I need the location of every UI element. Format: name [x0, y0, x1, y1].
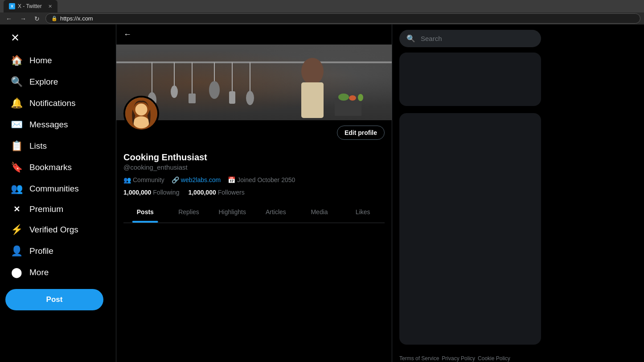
sidebar-item-profile[interactable]: 👤 Profile — [5, 241, 111, 261]
sidebar-item-bookmarks[interactable]: 🔖 Bookmarks — [5, 157, 111, 178]
sidebar-label-profile: Profile — [29, 246, 53, 256]
search-icon: 🔍 — [406, 34, 415, 43]
sidebar-label-messages: Messages — [29, 120, 68, 130]
app-container: ✕ 🏠 Home 🔍 Explore 🔔 Notifications ✉️ Me… — [0, 24, 644, 362]
svg-point-14 — [301, 58, 324, 85]
profile-handle: @cooking_enthusiast — [123, 163, 385, 171]
communities-icon: 👥 — [11, 183, 22, 195]
avatar-image — [125, 98, 157, 130]
sidebar-label-home: Home — [29, 56, 52, 65]
calendar-icon: 📅 — [228, 176, 235, 183]
sidebar-item-home[interactable]: 🏠 Home — [5, 50, 111, 71]
following-count: 1,000,000 — [123, 189, 151, 196]
svg-rect-16 — [335, 98, 361, 116]
security-icon: 🔒 — [51, 16, 57, 21]
svg-point-19 — [358, 94, 363, 101]
avatar-svg — [125, 96, 157, 131]
right-card-2 — [399, 113, 541, 345]
search-input[interactable] — [421, 35, 534, 42]
sidebar: ✕ 🏠 Home 🔍 Explore 🔔 Notifications ✉️ Me… — [0, 24, 116, 362]
post-button[interactable]: Post — [5, 289, 103, 310]
sidebar-item-notifications[interactable]: 🔔 Notifications — [5, 93, 111, 114]
sidebar-label-more: More — [29, 268, 49, 277]
sidebar-item-lists[interactable]: 📋 Lists — [5, 136, 111, 156]
footer-terms[interactable]: Terms of Service — [399, 355, 439, 362]
followers-count: 1,000,000 — [188, 189, 216, 196]
sidebar-label-verified-orgs: Verified Orgs — [29, 225, 78, 235]
profile-avatar — [123, 96, 159, 131]
sidebar-label-explore: Explore — [29, 77, 58, 87]
svg-point-18 — [349, 95, 356, 101]
meta-website-link[interactable]: web2labs.com — [181, 176, 221, 183]
profile-icon: 👤 — [11, 245, 22, 257]
svg-rect-6 — [189, 94, 196, 103]
profile-avatar-container — [123, 96, 159, 131]
svg-point-12 — [246, 91, 254, 105]
tab-posts[interactable]: Posts — [123, 201, 167, 223]
tab-replies[interactable]: Replies — [167, 201, 211, 223]
sidebar-item-explore[interactable]: 🔍 Explore — [5, 72, 111, 92]
messages-icon: ✉️ — [11, 119, 22, 130]
search-bar[interactable]: 🔍 — [399, 30, 541, 47]
twitter-logo: ✕ — [5, 28, 111, 48]
sidebar-item-messages[interactable]: ✉️ Messages — [5, 114, 111, 135]
link-icon: 🔗 — [172, 176, 179, 183]
back-arrow-button[interactable]: ← — [123, 30, 131, 39]
svg-point-17 — [338, 94, 349, 101]
right-sidebar: 🔍 Terms of Service Privacy Policy Cookie… — [392, 24, 548, 362]
meta-joined-text: Joined October 2050 — [237, 176, 295, 183]
tab-articles[interactable]: Articles — [254, 201, 298, 223]
browser-titlebar: X X - Twitter ✕ — [0, 0, 644, 12]
main-content: ← — [116, 24, 392, 362]
svg-rect-10 — [229, 91, 235, 104]
profile-stats: 1,000,000 Following 1,000,000 Followers — [123, 189, 385, 196]
sidebar-item-verified-orgs[interactable]: ⚡ Verified Orgs — [5, 220, 111, 240]
profile-meta-joined: 📅 Joined October 2050 — [228, 176, 295, 183]
profile-tabs: Posts Replies Highlights Articles Media … — [123, 201, 385, 223]
tab-highlights[interactable]: Highlights — [210, 201, 254, 223]
sidebar-item-communities[interactable]: 👥 Communities — [5, 179, 111, 199]
sidebar-item-more[interactable]: ⬤ More — [5, 262, 111, 283]
browser-tab[interactable]: X X - Twitter ✕ — [4, 0, 57, 12]
address-bar[interactable]: 🔒 https://x.com — [45, 13, 640, 24]
tab-likes[interactable]: Likes — [341, 201, 385, 223]
forward-button[interactable]: → — [18, 14, 29, 23]
profile-display-name: Cooking Enthusiast — [123, 152, 385, 163]
footer-cookie[interactable]: Cookie Policy — [478, 355, 510, 362]
profile-meta-community: 👥 Community — [123, 176, 164, 183]
footer-privacy[interactable]: Privacy Policy — [442, 355, 475, 362]
sidebar-item-premium[interactable]: ✕ Premium — [5, 200, 111, 219]
bookmarks-icon: 🔖 — [11, 162, 22, 173]
browser-toolbar: ← → ↻ 🔒 https://x.com — [0, 12, 644, 24]
svg-point-8 — [209, 81, 220, 99]
premium-icon: ✕ — [11, 204, 22, 214]
tab-media[interactable]: Media — [298, 201, 341, 223]
profile-info-section: Edit profile Cooking Enthusiast @cooking… — [116, 120, 392, 228]
verified-orgs-icon: ⚡ — [11, 224, 22, 236]
explore-icon: 🔍 — [11, 76, 22, 88]
svg-point-21 — [135, 104, 148, 116]
svg-rect-15 — [301, 82, 324, 118]
sidebar-label-lists: Lists — [29, 141, 47, 151]
browser-chrome: X X - Twitter ✕ ← → ↻ 🔒 https://x.com — [0, 0, 644, 24]
footer-links: Terms of Service Privacy Policy Cookie P… — [399, 352, 541, 362]
following-label: Following — [153, 189, 179, 196]
profile-meta-website[interactable]: 🔗 web2labs.com — [172, 176, 221, 183]
sidebar-label-bookmarks: Bookmarks — [29, 163, 72, 172]
following-stat[interactable]: 1,000,000 Following — [123, 189, 179, 196]
edit-profile-button[interactable]: Edit profile — [337, 126, 385, 140]
home-icon: 🏠 — [11, 55, 22, 66]
reload-button[interactable]: ↻ — [32, 14, 42, 23]
tab-close-button[interactable]: ✕ — [48, 4, 52, 9]
right-card-1 — [399, 53, 541, 106]
followers-stat[interactable]: 1,000,000 Followers — [188, 189, 244, 196]
lists-icon: 📋 — [11, 140, 22, 152]
posts-feed — [116, 228, 392, 362]
sidebar-label-premium: Premium — [29, 204, 63, 214]
svg-point-4 — [171, 85, 178, 98]
sidebar-label-notifications: Notifications — [29, 98, 76, 108]
back-button[interactable]: ← — [4, 14, 14, 23]
followers-label: Followers — [218, 189, 245, 196]
profile-meta: 👥 Community 🔗 web2labs.com 📅 Joined Octo… — [123, 176, 385, 183]
community-icon: 👥 — [123, 176, 131, 183]
